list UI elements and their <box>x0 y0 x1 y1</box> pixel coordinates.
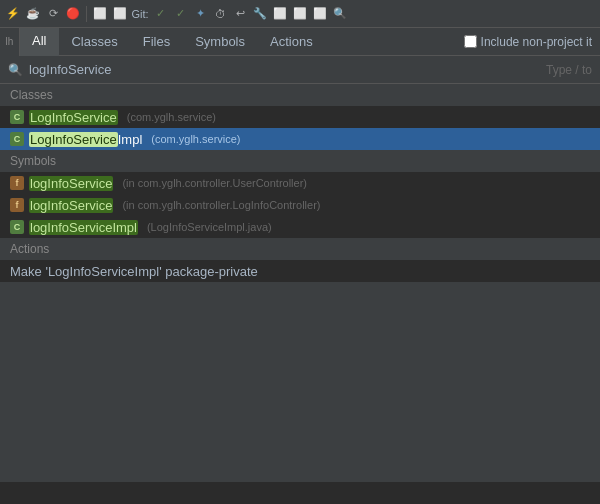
toolbar-icon-search[interactable]: 🔍 <box>331 5 349 23</box>
result-location: (com.yglh.service) <box>151 133 240 145</box>
toolbar-icon-3[interactable]: ⟳ <box>44 5 62 23</box>
toolbar-icon-5[interactable]: ⬜ <box>91 5 109 23</box>
list-item[interactable]: C LogInfoService Impl (com.yglh.service) <box>0 128 600 150</box>
tab-bar: lh All Classes Files Symbols Actions Inc… <box>0 28 600 56</box>
list-item[interactable]: f logInfoService (in com.yglh.controller… <box>0 194 600 216</box>
tab-classes[interactable]: Classes <box>59 28 130 56</box>
result-name: logInfoServiceImpl <box>29 220 138 235</box>
result-name: LogInfoService Impl <box>29 132 142 147</box>
rest-text: Impl <box>118 132 143 147</box>
result-location: (LogInfoServiceImpl.java) <box>147 221 272 233</box>
match-text: logInfoService <box>29 176 113 191</box>
search-input[interactable] <box>29 62 540 77</box>
search-hint: Type / to <box>546 63 592 77</box>
git-label: Git: <box>131 5 149 23</box>
classes-section-header: Classes <box>0 84 600 106</box>
toolbar-icon-1[interactable]: ⚡ <box>4 5 22 23</box>
list-item[interactable]: C logInfoServiceImpl (LogInfoServiceImpl… <box>0 216 600 238</box>
result-name: logInfoService <box>29 198 113 213</box>
include-non-project-checkbox[interactable] <box>464 35 477 48</box>
result-location: (in com.yglh.controller.UserController) <box>122 177 307 189</box>
main-container: 🔍 Type / to Classes C LogInfoService (co… <box>0 56 600 504</box>
match-text: logInfoService <box>29 198 113 213</box>
search-area: 🔍 Type / to <box>0 56 600 84</box>
toolbar-sep-1 <box>86 6 87 22</box>
toolbar-icon-2[interactable]: ☕ <box>24 5 42 23</box>
toolbar-icon-7[interactable]: ⬜ <box>271 5 289 23</box>
match-text: LogInfoService <box>29 132 118 147</box>
match-text: LogInfoService <box>29 110 118 125</box>
result-location: (in com.yglh.controller.LogInfoControlle… <box>122 199 320 211</box>
result-name: logInfoService <box>29 176 113 191</box>
toolbar-icon-9[interactable]: ⬜ <box>311 5 329 23</box>
action-text: Make 'LogInfoServiceImpl' package-privat… <box>10 264 258 279</box>
results-scroll[interactable]: Classes C LogInfoService (com.yglh.servi… <box>0 84 600 504</box>
toolbar-icon-6[interactable]: ⬜ <box>111 5 129 23</box>
toolbar-icon-undo[interactable]: ↩ <box>231 5 249 23</box>
include-non-project-label: Include non-project it <box>481 35 592 49</box>
toolbar-icon-git-check2[interactable]: ✓ <box>171 5 189 23</box>
toolbar-icon-8[interactable]: ⬜ <box>291 5 309 23</box>
class-icon: C <box>10 110 24 124</box>
result-name: LogInfoService <box>29 110 118 125</box>
match-text: logInfoServiceImpl <box>29 220 138 235</box>
tab-files[interactable]: Files <box>131 28 183 56</box>
list-item[interactable]: f logInfoService (in com.yglh.controller… <box>0 172 600 194</box>
empty-area <box>0 282 600 482</box>
list-item[interactable]: C LogInfoService (com.yglh.service) <box>0 106 600 128</box>
toolbar: ⚡ ☕ ⟳ 🔴 ⬜ ⬜ Git: ✓ ✓ ✦ ⏱ ↩ 🔧 ⬜ ⬜ ⬜ 🔍 <box>0 0 600 28</box>
class-icon: C <box>10 132 24 146</box>
toolbar-icon-git-plus[interactable]: ✦ <box>191 5 209 23</box>
result-location: (com.yglh.service) <box>127 111 216 123</box>
field-icon: f <box>10 198 24 212</box>
tab-symbols[interactable]: Symbols <box>183 28 258 56</box>
toolbar-icon-wrench[interactable]: 🔧 <box>251 5 269 23</box>
toolbar-icon-clock[interactable]: ⏱ <box>211 5 229 23</box>
toolbar-icon-git-check[interactable]: ✓ <box>151 5 169 23</box>
actions-section-header: Actions <box>0 238 600 260</box>
toolbar-icon-4[interactable]: 🔴 <box>64 5 82 23</box>
include-non-project-container: Include non-project it <box>464 35 600 49</box>
left-panel-toggle[interactable]: lh <box>0 28 20 56</box>
class-icon: C <box>10 220 24 234</box>
list-item[interactable]: Make 'LogInfoServiceImpl' package-privat… <box>0 260 600 282</box>
field-icon: f <box>10 176 24 190</box>
tab-actions[interactable]: Actions <box>258 28 326 56</box>
tab-all[interactable]: All <box>20 28 59 56</box>
symbols-section-header: Symbols <box>0 150 600 172</box>
search-icon: 🔍 <box>8 63 23 77</box>
